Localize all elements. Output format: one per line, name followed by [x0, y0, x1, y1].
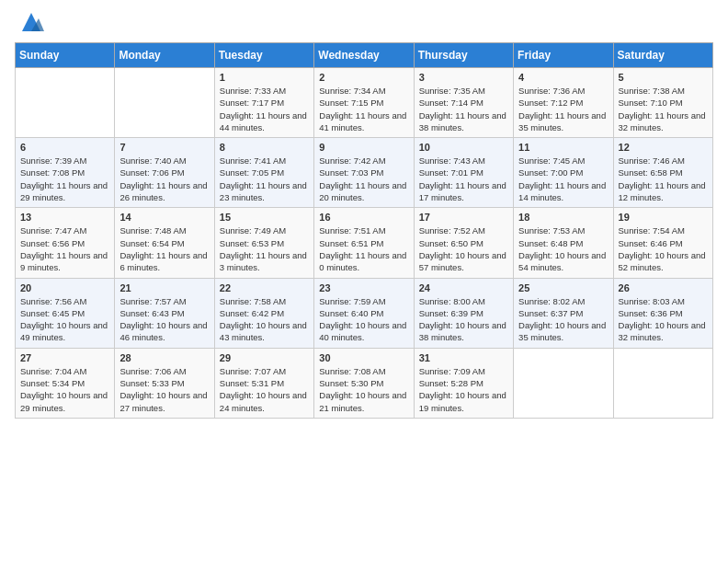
day-number: 20	[20, 282, 110, 293]
day-number: 6	[20, 142, 110, 153]
day-info: Sunrise: 7:48 AMSunset: 6:54 PMDaylight:…	[119, 224, 210, 273]
calendar-cell: 31Sunrise: 7:09 AMSunset: 5:28 PMDayligh…	[414, 348, 513, 418]
calendar-week-row: 6Sunrise: 7:39 AMSunset: 7:08 PMDaylight…	[16, 138, 713, 208]
calendar-cell: 16Sunrise: 7:51 AMSunset: 6:51 PMDayligh…	[314, 208, 414, 278]
day-number: 9	[319, 142, 409, 153]
day-number: 18	[518, 212, 609, 223]
weekday-thursday: Thursday	[414, 43, 513, 68]
day-info: Sunrise: 8:03 AMSunset: 6:36 PMDaylight:…	[619, 295, 709, 344]
day-number: 12	[619, 142, 709, 153]
calendar-cell: 5Sunrise: 7:38 AMSunset: 7:10 PMDaylight…	[613, 68, 712, 138]
day-info: Sunrise: 7:33 AMSunset: 7:17 PMDaylight:…	[220, 85, 310, 133]
calendar-cell: 1Sunrise: 7:33 AMSunset: 7:17 PMDaylight…	[214, 68, 313, 138]
day-number: 7	[119, 142, 210, 153]
calendar-cell: 27Sunrise: 7:04 AMSunset: 5:34 PMDayligh…	[16, 348, 115, 418]
calendar-cell: 14Sunrise: 7:48 AMSunset: 6:54 PMDayligh…	[115, 208, 214, 278]
calendar-week-row: 27Sunrise: 7:04 AMSunset: 5:34 PMDayligh…	[16, 348, 713, 418]
calendar-cell: 2Sunrise: 7:34 AMSunset: 7:15 PMDaylight…	[314, 68, 414, 138]
day-number: 3	[419, 72, 509, 83]
day-info: Sunrise: 7:43 AMSunset: 7:01 PMDaylight:…	[419, 155, 509, 203]
calendar-cell	[514, 348, 613, 418]
weekday-monday: Monday	[115, 43, 214, 68]
day-number: 31	[419, 352, 509, 363]
calendar-cell: 30Sunrise: 7:08 AMSunset: 5:30 PMDayligh…	[314, 348, 414, 418]
day-info: Sunrise: 7:53 AMSunset: 6:48 PMDaylight:…	[518, 224, 609, 273]
day-info: Sunrise: 7:36 AMSunset: 7:12 PMDaylight:…	[518, 85, 609, 133]
day-info: Sunrise: 7:40 AMSunset: 7:06 PMDaylight:…	[119, 155, 210, 203]
calendar-cell: 25Sunrise: 8:02 AMSunset: 6:37 PMDayligh…	[514, 278, 613, 348]
day-info: Sunrise: 7:45 AMSunset: 7:00 PMDaylight:…	[518, 155, 609, 203]
calendar-cell: 4Sunrise: 7:36 AMSunset: 7:12 PMDaylight…	[514, 68, 613, 138]
day-info: Sunrise: 7:57 AMSunset: 6:43 PMDaylight:…	[119, 295, 210, 344]
calendar-cell: 17Sunrise: 7:52 AMSunset: 6:50 PMDayligh…	[414, 208, 513, 278]
calendar-cell: 13Sunrise: 7:47 AMSunset: 6:56 PMDayligh…	[16, 208, 115, 278]
calendar-cell: 15Sunrise: 7:49 AMSunset: 6:53 PMDayligh…	[214, 208, 313, 278]
day-info: Sunrise: 7:58 AMSunset: 6:42 PMDaylight:…	[220, 295, 310, 344]
calendar-cell: 21Sunrise: 7:57 AMSunset: 6:43 PMDayligh…	[115, 278, 214, 348]
logo	[15, 9, 44, 35]
calendar-cell: 10Sunrise: 7:43 AMSunset: 7:01 PMDayligh…	[414, 138, 513, 208]
day-info: Sunrise: 7:49 AMSunset: 6:53 PMDaylight:…	[220, 224, 310, 273]
calendar-cell: 11Sunrise: 7:45 AMSunset: 7:00 PMDayligh…	[514, 138, 613, 208]
day-info: Sunrise: 7:06 AMSunset: 5:33 PMDaylight:…	[119, 365, 210, 414]
day-number: 17	[419, 212, 509, 223]
calendar-cell: 19Sunrise: 7:54 AMSunset: 6:46 PMDayligh…	[613, 208, 712, 278]
calendar-cell: 28Sunrise: 7:06 AMSunset: 5:33 PMDayligh…	[115, 348, 214, 418]
calendar-cell	[613, 348, 712, 418]
calendar-cell: 7Sunrise: 7:40 AMSunset: 7:06 PMDaylight…	[115, 138, 214, 208]
day-info: Sunrise: 7:35 AMSunset: 7:14 PMDaylight:…	[419, 85, 509, 133]
weekday-tuesday: Tuesday	[214, 43, 313, 68]
calendar-cell: 9Sunrise: 7:42 AMSunset: 7:03 PMDaylight…	[314, 138, 414, 208]
calendar-cell: 3Sunrise: 7:35 AMSunset: 7:14 PMDaylight…	[414, 68, 513, 138]
day-number: 5	[619, 72, 709, 83]
day-number: 1	[220, 72, 310, 83]
calendar-cell: 26Sunrise: 8:03 AMSunset: 6:36 PMDayligh…	[613, 278, 712, 348]
day-info: Sunrise: 7:56 AMSunset: 6:45 PMDaylight:…	[20, 295, 110, 344]
calendar-cell: 24Sunrise: 8:00 AMSunset: 6:39 PMDayligh…	[414, 278, 513, 348]
day-number: 23	[319, 282, 409, 293]
day-number: 27	[20, 352, 110, 363]
day-number: 11	[518, 142, 609, 153]
calendar-week-row: 13Sunrise: 7:47 AMSunset: 6:56 PMDayligh…	[16, 208, 713, 278]
day-number: 13	[20, 212, 110, 223]
day-info: Sunrise: 7:04 AMSunset: 5:34 PMDaylight:…	[20, 365, 110, 414]
day-info: Sunrise: 7:34 AMSunset: 7:15 PMDaylight:…	[319, 85, 409, 133]
calendar-table: SundayMondayTuesdayWednesdayThursdayFrid…	[15, 42, 713, 419]
day-info: Sunrise: 8:02 AMSunset: 6:37 PMDaylight:…	[518, 295, 609, 344]
day-number: 22	[220, 282, 310, 293]
day-info: Sunrise: 7:07 AMSunset: 5:31 PMDaylight:…	[220, 365, 310, 414]
day-info: Sunrise: 7:51 AMSunset: 6:51 PMDaylight:…	[319, 224, 409, 273]
day-info: Sunrise: 7:54 AMSunset: 6:46 PMDaylight:…	[619, 224, 709, 273]
calendar-cell: 8Sunrise: 7:41 AMSunset: 7:05 PMDaylight…	[214, 138, 313, 208]
day-number: 24	[419, 282, 509, 293]
day-number: 10	[419, 142, 509, 153]
day-info: Sunrise: 7:39 AMSunset: 7:08 PMDaylight:…	[20, 155, 110, 203]
day-number: 21	[119, 282, 210, 293]
weekday-wednesday: Wednesday	[314, 43, 414, 68]
day-number: 28	[119, 352, 210, 363]
day-number: 26	[619, 282, 709, 293]
day-info: Sunrise: 7:41 AMSunset: 7:05 PMDaylight:…	[220, 155, 310, 203]
day-info: Sunrise: 7:09 AMSunset: 5:28 PMDaylight:…	[419, 365, 509, 414]
weekday-friday: Friday	[514, 43, 613, 68]
day-number: 15	[220, 212, 310, 223]
day-info: Sunrise: 7:46 AMSunset: 6:58 PMDaylight:…	[619, 155, 709, 203]
day-info: Sunrise: 7:08 AMSunset: 5:30 PMDaylight:…	[319, 365, 409, 414]
day-number: 14	[119, 212, 210, 223]
day-info: Sunrise: 8:00 AMSunset: 6:39 PMDaylight:…	[419, 295, 509, 344]
calendar-cell: 6Sunrise: 7:39 AMSunset: 7:08 PMDaylight…	[16, 138, 115, 208]
calendar-cell: 22Sunrise: 7:58 AMSunset: 6:42 PMDayligh…	[214, 278, 313, 348]
calendar-week-row: 1Sunrise: 7:33 AMSunset: 7:17 PMDaylight…	[16, 68, 713, 138]
weekday-header-row: SundayMondayTuesdayWednesdayThursdayFrid…	[16, 43, 713, 68]
day-info: Sunrise: 7:38 AMSunset: 7:10 PMDaylight:…	[619, 85, 709, 133]
day-info: Sunrise: 7:47 AMSunset: 6:56 PMDaylight:…	[20, 224, 110, 273]
calendar-cell: 20Sunrise: 7:56 AMSunset: 6:45 PMDayligh…	[16, 278, 115, 348]
calendar-cell: 23Sunrise: 7:59 AMSunset: 6:40 PMDayligh…	[314, 278, 414, 348]
day-number: 4	[518, 72, 609, 83]
day-number: 19	[619, 212, 709, 223]
day-number: 16	[319, 212, 409, 223]
weekday-sunday: Sunday	[16, 43, 115, 68]
day-number: 25	[518, 282, 609, 293]
calendar-week-row: 20Sunrise: 7:56 AMSunset: 6:45 PMDayligh…	[16, 278, 713, 348]
calendar-cell: 18Sunrise: 7:53 AMSunset: 6:48 PMDayligh…	[514, 208, 613, 278]
